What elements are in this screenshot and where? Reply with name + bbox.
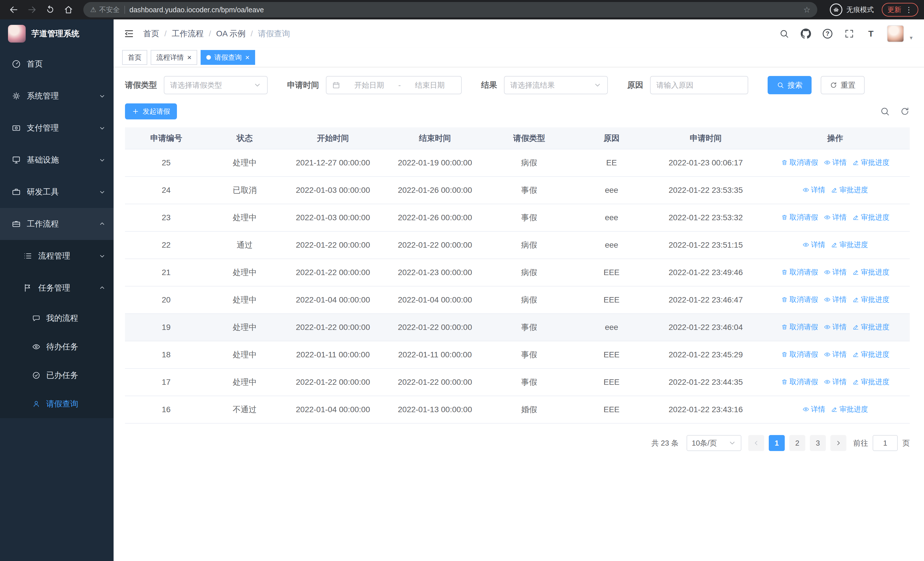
sidebar-item-system[interactable]: 系统管理 (0, 80, 114, 112)
cancel-leave-link[interactable]: 取消请假 (781, 295, 818, 304)
sidebar-item-todo-tasks[interactable]: 待办任务 (0, 332, 114, 361)
breadcrumb: 首页 / 工作流程 / OA 示例 / 请假查询 (143, 28, 290, 39)
detail-leave-link[interactable]: 详情 (802, 240, 825, 250)
sidebar-item-devtools[interactable]: 研发工具 (0, 176, 114, 208)
cell-reason: EEE (572, 286, 651, 314)
search-icon[interactable] (778, 28, 790, 39)
address-bar[interactable]: ⚠ 不安全 dashboard.yudao.iocoder.cn/bpm/oa/… (83, 2, 817, 17)
cell-operations: 取消请假详情审批进度 (761, 149, 910, 176)
breadcrumb-home[interactable]: 首页 (143, 28, 159, 39)
avatar-caret-icon[interactable]: ▾ (910, 34, 913, 42)
cancel-leave-link[interactable]: 取消请假 (781, 350, 818, 359)
cancel-leave-link[interactable]: 取消请假 (781, 377, 818, 387)
user-avatar[interactable] (887, 25, 904, 42)
back-icon[interactable] (6, 2, 22, 18)
sidebar-item-leave-query[interactable]: 请假查询 (0, 390, 114, 418)
goto-page-input[interactable] (873, 435, 898, 451)
url-text[interactable]: dashboard.yudao.iocoder.cn/bpm/oa/leave (129, 6, 799, 14)
detail-leave-link[interactable]: 详情 (824, 267, 847, 277)
detail-leave-link[interactable]: 详情 (824, 322, 847, 332)
page-button-2[interactable]: 2 (789, 435, 805, 451)
chevron-down-icon (594, 81, 602, 89)
github-icon[interactable] (800, 28, 812, 39)
table-header-row: 申请编号 状态 开始时间 结束时间 请假类型 原因 申请时间 操作 (125, 127, 910, 149)
leave-table-body: 25处理中2021-12-27 00:00:002022-01-19 00:00… (125, 149, 910, 423)
cell-start-time: 2022-01-04 00:00:00 (282, 286, 384, 314)
apply-time-range-picker[interactable]: 开始日期 - 结束日期 (326, 76, 462, 94)
progress-leave-link[interactable]: 审批进度 (831, 185, 868, 194)
prev-page-button[interactable] (748, 435, 764, 451)
sidebar-item-workflow[interactable]: 工作流程 (0, 208, 114, 240)
sidebar-item-infrastructure[interactable]: 基础设施 (0, 144, 114, 176)
sidebar-collapse-icon[interactable] (120, 25, 138, 42)
help-icon[interactable]: ? (822, 28, 833, 39)
page-button-3[interactable]: 3 (810, 435, 826, 451)
breadcrumb-oa-example[interactable]: OA 示例 (216, 28, 246, 39)
fullscreen-icon[interactable] (843, 28, 855, 39)
leave-type-select[interactable]: 请选择请假类型 (164, 76, 268, 94)
progress-leave-link[interactable]: 审批进度 (852, 267, 890, 277)
cell-reason: eee (572, 232, 651, 259)
table-row: 22通过2022-01-22 00:00:002022-01-22 00:00:… (125, 232, 910, 259)
cancel-leave-link[interactable]: 取消请假 (781, 267, 818, 277)
toggle-search-icon[interactable] (880, 107, 890, 116)
cancel-leave-link[interactable]: 取消请假 (781, 158, 818, 167)
progress-leave-link[interactable]: 审批进度 (852, 158, 890, 167)
browser-menu-icon[interactable]: ⋮ (905, 5, 913, 14)
create-leave-button[interactable]: 发起请假 (125, 104, 177, 119)
detail-leave-link[interactable]: 详情 (802, 405, 825, 414)
next-page-button[interactable] (830, 435, 846, 451)
page-button-1[interactable]: 1 (769, 435, 785, 451)
detail-leave-link[interactable]: 详情 (824, 350, 847, 359)
search-button[interactable]: 搜索 (768, 76, 812, 94)
reload-icon[interactable] (42, 2, 58, 18)
detail-leave-link[interactable]: 详情 (802, 185, 825, 194)
breadcrumb-workflow[interactable]: 工作流程 (172, 28, 204, 39)
result-select[interactable]: 请选择流结果 (504, 76, 608, 94)
sidebar-item-home[interactable]: 首页 (0, 48, 114, 80)
detail-leave-link[interactable]: 详情 (824, 212, 847, 222)
reason-input[interactable] (656, 81, 742, 90)
detail-leave-link[interactable]: 详情 (824, 158, 847, 167)
browser-update-button[interactable]: 更新 ⋮ (882, 3, 918, 17)
cancel-leave-link[interactable]: 取消请假 (781, 212, 818, 222)
progress-leave-link[interactable]: 审批进度 (852, 350, 890, 359)
sidebar-item-process-management[interactable]: 流程管理 (0, 240, 114, 272)
approval-progress-icon (852, 159, 859, 166)
tab-process-detail[interactable]: 流程详情 × (151, 50, 197, 65)
tab-home[interactable]: 首页 (122, 50, 147, 65)
cell-start-time: 2022-01-22 00:00:00 (282, 232, 384, 259)
sidebar-item-label: 已办任务 (46, 370, 78, 381)
progress-leave-link[interactable]: 审批进度 (831, 405, 868, 414)
page-size-select[interactable]: 10条/页 (687, 435, 741, 451)
close-icon[interactable]: × (245, 54, 249, 61)
reset-button[interactable]: 重置 (821, 76, 865, 94)
sidebar-item-my-process[interactable]: 我的流程 (0, 304, 114, 332)
progress-leave-link[interactable]: 审批进度 (852, 377, 890, 387)
home-icon[interactable] (60, 2, 76, 18)
close-icon[interactable]: × (187, 54, 192, 61)
app-title: 芋道管理系统 (32, 28, 80, 39)
bookmark-star-icon[interactable]: ☆ (803, 5, 810, 15)
sidebar-item-done-tasks[interactable]: 已办任务 (0, 361, 114, 390)
detail-leave-link[interactable]: 详情 (824, 295, 847, 304)
font-size-icon[interactable]: T (865, 28, 877, 39)
forward-icon[interactable] (24, 2, 40, 18)
cell-operations: 取消请假详情审批进度 (761, 259, 910, 286)
progress-leave-link[interactable]: 审批进度 (831, 240, 868, 250)
sidebar-item-task-management[interactable]: 任务管理 (0, 272, 114, 304)
detail-leave-link[interactable]: 详情 (824, 377, 847, 387)
progress-leave-link[interactable]: 审批进度 (852, 295, 890, 304)
tab-leave-query[interactable]: 请假查询 × (201, 50, 255, 65)
column-header-status: 状态 (207, 127, 282, 149)
cell-start-time: 2022-01-22 00:00:00 (282, 314, 384, 341)
page-unit-label: 页 (902, 438, 910, 448)
progress-leave-link[interactable]: 审批进度 (852, 322, 890, 332)
operation-label: 审批进度 (861, 295, 890, 304)
progress-leave-link[interactable]: 审批进度 (852, 212, 890, 222)
site-security[interactable]: ⚠ 不安全 (90, 5, 120, 14)
cell-apply-time: 2022-01-22 23:46:04 (651, 314, 761, 341)
sidebar-item-payment[interactable]: 支付管理 (0, 112, 114, 144)
cancel-leave-link[interactable]: 取消请假 (781, 322, 818, 332)
refresh-table-icon[interactable] (900, 107, 910, 116)
